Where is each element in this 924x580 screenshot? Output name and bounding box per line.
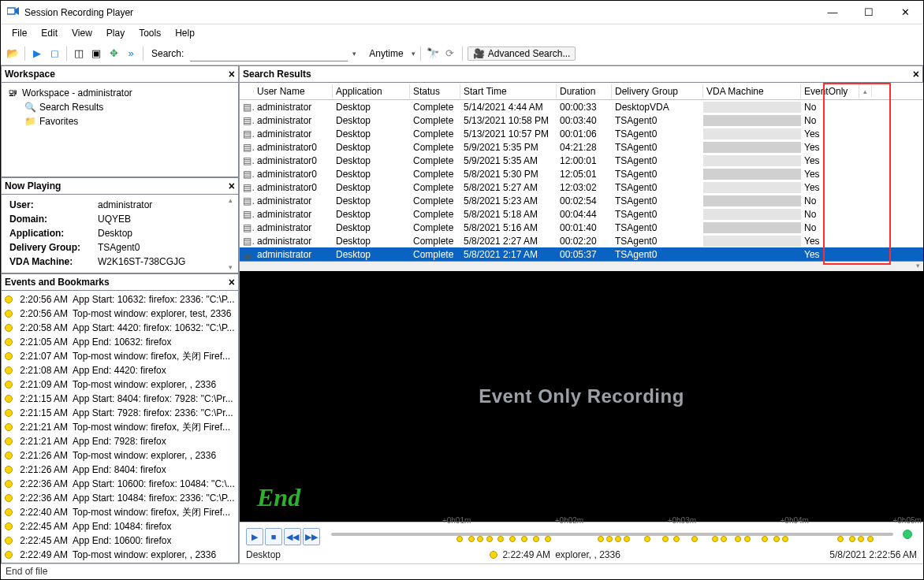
timeline-event-marker[interactable] xyxy=(837,536,844,542)
table-row[interactable]: ▤administratorDesktopComplete5/8/2021 5:… xyxy=(240,207,923,221)
timeline-event-marker[interactable] xyxy=(849,536,855,542)
timeline-event-marker[interactable] xyxy=(615,536,621,542)
timeline-event-marker[interactable] xyxy=(598,536,604,542)
results-rows[interactable]: ▤administratorDesktopComplete5/14/2021 4… xyxy=(240,100,923,262)
timeline-event-marker[interactable] xyxy=(712,536,718,542)
timeline-event-marker[interactable] xyxy=(644,536,650,542)
event-row[interactable]: 2:22:36 AMApp Start: 10484: firefox: 233… xyxy=(5,491,235,505)
play-button[interactable]: ▶ xyxy=(246,528,263,545)
timeline-event-marker[interactable] xyxy=(545,536,551,542)
results-close-icon[interactable]: × xyxy=(913,68,919,80)
menu-play[interactable]: Play xyxy=(100,26,131,40)
table-row[interactable]: ▤administratorDesktopComplete5/14/2021 4… xyxy=(240,100,923,113)
refresh-icon[interactable]: ⟳ xyxy=(443,46,457,61)
timeline-track[interactable] xyxy=(331,533,893,536)
timeline-event-marker[interactable] xyxy=(468,536,475,542)
table-row[interactable]: ▤administratorDesktopComplete5/8/2021 2:… xyxy=(240,234,923,247)
timeline-event-marker[interactable] xyxy=(744,536,751,542)
timeline-event-marker[interactable] xyxy=(662,536,669,542)
timeline-event-marker[interactable] xyxy=(735,536,741,542)
timeline-event-marker[interactable] xyxy=(477,536,483,542)
timeline-event-marker[interactable] xyxy=(456,536,463,542)
col-user[interactable]: User Name xyxy=(254,84,333,99)
timeline-event-marker[interactable] xyxy=(486,536,493,542)
timeline-event-marker[interactable] xyxy=(773,536,780,542)
timeline-event-marker[interactable] xyxy=(721,536,727,542)
forward-button[interactable]: ▶▶ xyxy=(303,528,320,545)
col-status[interactable]: Status xyxy=(410,84,460,99)
table-row[interactable]: ▤administratorDesktopComplete5/13/2021 1… xyxy=(240,113,923,127)
event-row[interactable]: 2:21:21 AMTop-most window: firefox, 关闭 F… xyxy=(5,420,235,434)
skip-icon[interactable]: » xyxy=(124,46,138,61)
minimize-button[interactable]: — xyxy=(814,1,851,24)
fit-window-icon[interactable]: ▣ xyxy=(89,46,103,61)
event-row[interactable]: 2:20:58 AMApp Start: 4420: firefox: 1063… xyxy=(5,321,235,335)
table-row[interactable]: ▤administratorDesktopComplete5/8/2021 2:… xyxy=(240,247,923,261)
search-input[interactable] xyxy=(190,46,348,61)
timeline-event-marker[interactable] xyxy=(762,536,768,542)
playback-viewport[interactable]: Event Only Recording End xyxy=(240,271,923,522)
timeline[interactable]: +0h01m+0h02m+0h03m+0h04m+0h05m xyxy=(331,525,917,548)
time-filter-dropdown[interactable]: Anytime xyxy=(366,48,406,59)
close-button[interactable]: ✕ xyxy=(887,1,923,24)
timeline-event-marker[interactable] xyxy=(624,536,630,542)
event-row[interactable]: 2:21:15 AMApp Start: 8404: firefox: 7928… xyxy=(5,392,235,406)
workspace-favorites[interactable]: 📁 Favorites xyxy=(6,114,233,128)
event-row[interactable]: 2:20:56 AMApp Start: 10632: firefox: 233… xyxy=(5,292,235,307)
table-row[interactable]: ▤administratorDesktopComplete5/8/2021 5:… xyxy=(240,221,923,234)
table-row[interactable]: ▤administrator0DesktopComplete5/8/2021 5… xyxy=(240,167,923,180)
results-scroll-down[interactable]: ▾ xyxy=(240,262,923,271)
timeline-event-marker[interactable] xyxy=(533,536,539,542)
event-row[interactable]: 2:20:56 AMTop-most window: explorer, tes… xyxy=(5,307,235,321)
advanced-search-button[interactable]: 🎥 Advanced Search... xyxy=(468,46,576,61)
time-filter-arrow[interactable]: ▾ xyxy=(412,50,415,58)
col-dur[interactable]: Duration xyxy=(557,84,612,99)
col-app[interactable]: Application xyxy=(333,84,410,99)
event-row[interactable]: 2:21:05 AMApp End: 10632: firefox xyxy=(5,335,235,349)
timeline-event-marker[interactable] xyxy=(497,536,504,542)
event-row[interactable]: 2:21:21 AMApp End: 7928: firefox xyxy=(5,434,235,448)
table-row[interactable]: ▤administratorDesktopComplete5/13/2021 1… xyxy=(240,127,923,140)
timeline-event-marker[interactable] xyxy=(673,536,680,542)
event-row[interactable]: 2:22:40 AMTop-most window: firefox, 关闭 F… xyxy=(5,505,235,519)
table-row[interactable]: ▤administrator0DesktopComplete5/9/2021 5… xyxy=(240,140,923,154)
col-vda[interactable]: VDA Machine xyxy=(703,84,801,99)
event-row[interactable]: 2:21:09 AMTop-most window: explorer, , 2… xyxy=(5,377,235,392)
events-list[interactable]: 2:20:56 AMApp Start: 10632: firefox: 233… xyxy=(1,291,239,563)
workspace-close-icon[interactable]: × xyxy=(229,68,235,80)
menu-file[interactable]: File xyxy=(6,26,33,40)
workspace-search-results[interactable]: 🔍 Search Results xyxy=(6,100,233,114)
now-playing-scrollbar[interactable]: ▴▾ xyxy=(224,196,237,271)
event-row[interactable]: 2:22:49 AMTop-most window: explorer, , 2… xyxy=(5,548,235,562)
event-row[interactable]: 2:22:45 AMApp End: 10600: firefox xyxy=(5,534,235,548)
event-row[interactable]: 2:22:36 AMApp Start: 10600: firefox: 104… xyxy=(5,477,235,491)
play-icon[interactable]: ▶ xyxy=(30,46,44,61)
rewind-button[interactable]: ◀◀ xyxy=(284,528,301,545)
timeline-event-marker[interactable] xyxy=(867,536,874,542)
table-row[interactable]: ▤administrator0DesktopComplete5/8/2021 5… xyxy=(240,180,923,194)
table-row[interactable]: ▤administratorDesktopComplete5/8/2021 5:… xyxy=(240,194,923,207)
search-field-dropdown[interactable]: ▾ xyxy=(352,50,356,58)
event-row[interactable]: 2:21:08 AMApp End: 4420: firefox xyxy=(5,363,235,377)
event-row[interactable]: 2:21:07 AMTop-most window: firefox, 关闭 F… xyxy=(5,349,235,363)
maximize-button[interactable]: ☐ xyxy=(851,1,887,24)
col-eventonly[interactable]: EventOnly xyxy=(801,84,859,99)
menu-edit[interactable]: Edit xyxy=(35,26,64,40)
results-scroll-up[interactable]: ▴ xyxy=(859,86,872,97)
thumbnail-icon[interactable]: ◫ xyxy=(72,46,86,61)
timeline-event-marker[interactable] xyxy=(521,536,527,542)
events-close-icon[interactable]: × xyxy=(229,276,235,288)
event-row[interactable]: 2:22:45 AMApp End: 10484: firefox xyxy=(5,519,235,534)
timeline-event-marker[interactable] xyxy=(858,536,864,542)
binoculars-icon[interactable]: 🔭 xyxy=(426,46,440,61)
pan-icon[interactable]: ✥ xyxy=(106,46,121,61)
menu-help[interactable]: Help xyxy=(169,26,201,40)
event-row[interactable]: 2:21:26 AMApp End: 8404: firefox xyxy=(5,463,235,477)
workspace-root[interactable]: 🖳 Workspace - administrator xyxy=(6,86,233,100)
timeline-event-marker[interactable] xyxy=(509,536,516,542)
menu-tools[interactable]: Tools xyxy=(132,26,167,40)
event-row[interactable]: 2:21:15 AMApp Start: 7928: firefox: 2336… xyxy=(5,406,235,420)
col-dg[interactable]: Delivery Group xyxy=(612,84,703,99)
stop-icon[interactable]: ◻ xyxy=(47,46,61,61)
event-row[interactable]: 2:21:26 AMTop-most window: explorer, , 2… xyxy=(5,448,235,463)
